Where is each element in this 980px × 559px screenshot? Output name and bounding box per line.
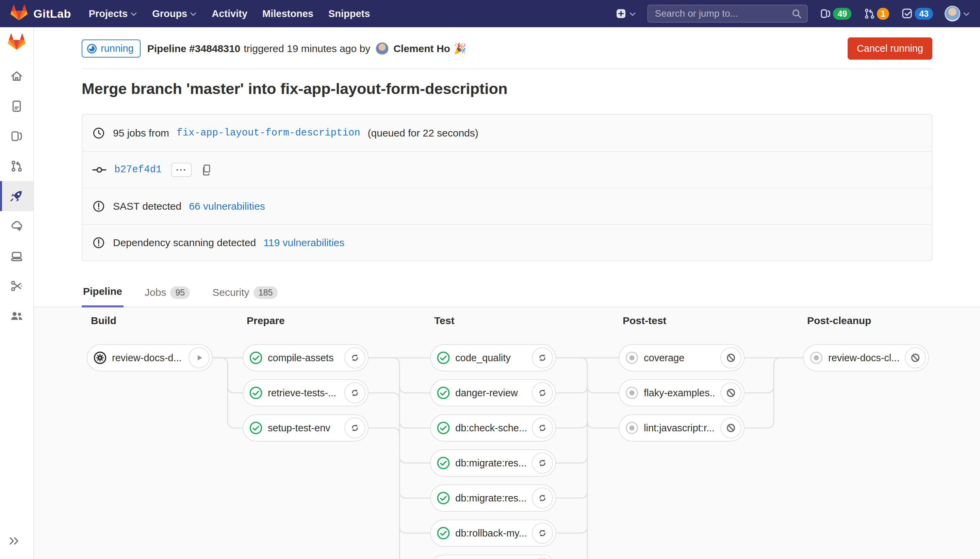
- sidebar-item-overview[interactable]: [0, 61, 34, 91]
- job-pill[interactable]: lint:javascript:r...: [619, 414, 744, 442]
- retry-job-button[interactable]: [532, 382, 553, 404]
- sidebar-item-ci-cd[interactable]: [0, 181, 34, 211]
- nav-groups[interactable]: Groups: [152, 8, 197, 20]
- job-pill[interactable]: code_quality: [430, 344, 556, 371]
- chevron-down-icon: [190, 12, 197, 17]
- job-pill[interactable]: setup-test-env: [243, 414, 368, 442]
- retry-job-button[interactable]: [344, 382, 365, 404]
- repository-icon: [10, 99, 24, 113]
- operations-cloud-gear-icon: [10, 219, 24, 233]
- registry-icon: [10, 249, 24, 263]
- manual-status-icon: [93, 351, 107, 365]
- alert-icon: [92, 236, 106, 250]
- sidebar-item-snippets[interactable]: [0, 271, 34, 301]
- search-input[interactable]: [648, 5, 807, 23]
- created-status-icon: [625, 386, 639, 400]
- job-label: danger-review: [455, 387, 527, 399]
- author-avatar[interactable]: [376, 42, 389, 55]
- sidebar-item-issues[interactable]: [0, 121, 34, 151]
- retry-job-button[interactable]: [532, 557, 553, 559]
- job-pill[interactable]: db:migrate:res...: [430, 449, 556, 476]
- chevron-down-icon: [130, 12, 137, 17]
- job-pill[interactable]: db:check-sche...: [430, 414, 556, 442]
- merge-requests-counter-button[interactable]: 1: [863, 7, 889, 20]
- cancel-job-button[interactable]: [905, 347, 926, 368]
- job-pill[interactable]: review-docs-cl...: [803, 344, 929, 371]
- project-avatar-gitlab-logo[interactable]: [8, 33, 26, 53]
- cancel-running-button[interactable]: Cancel running: [848, 38, 932, 60]
- sidebar-item-operations[interactable]: [0, 211, 34, 241]
- stage-title: Test: [434, 315, 454, 326]
- sidebar-item-members[interactable]: [0, 301, 34, 331]
- sast-vulnerabilities-link[interactable]: 66 vulnerabilities: [189, 200, 265, 212]
- cancel-job-button[interactable]: [720, 347, 741, 368]
- job-pill[interactable]: flaky-examples...: [619, 379, 744, 407]
- play-job-button[interactable]: [188, 347, 210, 368]
- job-pill[interactable]: coverage: [619, 344, 744, 371]
- commit-sha-link[interactable]: b27ef4d1: [114, 164, 162, 175]
- user-menu-button[interactable]: [945, 6, 970, 22]
- job-pill[interactable]: compile-assets: [243, 344, 368, 371]
- success-status-icon: [436, 351, 450, 365]
- sidebar-item-registry[interactable]: [0, 241, 34, 271]
- dependency-vulnerabilities-link[interactable]: 119 vulnerabilities: [263, 237, 344, 248]
- job-label: compile-assets: [268, 352, 340, 364]
- chevron-down-icon: [629, 12, 636, 17]
- todos-counter-button[interactable]: 43: [901, 7, 933, 20]
- job-label: retrieve-tests-...: [268, 387, 340, 399]
- retry-job-button[interactable]: [532, 523, 553, 544]
- author-name[interactable]: Clement Ho: [393, 43, 450, 55]
- success-status-icon: [436, 456, 450, 470]
- job-pill[interactable]: db:migrate:res...: [430, 485, 556, 512]
- retry-job-button[interactable]: [532, 417, 553, 438]
- success-status-icon: [436, 386, 450, 400]
- stage-title: Post-test: [623, 315, 666, 326]
- created-status-icon: [625, 351, 639, 365]
- new-menu-button[interactable]: [615, 8, 636, 20]
- members-people-icon: [10, 309, 24, 323]
- sidebar-item-merge-requests[interactable]: [0, 151, 34, 181]
- issues-icon: [819, 7, 832, 20]
- success-status-icon: [249, 421, 263, 435]
- nav-projects[interactable]: Projects: [89, 8, 137, 20]
- sidebar-item-repository[interactable]: [0, 91, 34, 121]
- gitlab-home-link[interactable]: GitLab: [10, 5, 71, 23]
- retry-job-button[interactable]: [532, 452, 553, 473]
- job-pill[interactable]: review-docs-d...: [87, 344, 213, 371]
- success-status-icon: [249, 386, 263, 400]
- top-navbar: GitLab Projects Groups Activity Mileston…: [0, 0, 980, 27]
- issues-icon: [10, 129, 24, 143]
- job-pill[interactable]: db:rollback...: [430, 554, 556, 559]
- tab-security[interactable]: Security 185: [211, 280, 279, 308]
- pipeline-summary-box: 95 jobs from fix-app-layout-form-descrip…: [82, 114, 932, 261]
- job-label: lint:javascript:r...: [644, 422, 716, 434]
- cancel-job-button[interactable]: [720, 417, 741, 438]
- expand-commit-button[interactable]: ···: [171, 163, 191, 177]
- tab-pipeline[interactable]: Pipeline: [82, 280, 124, 308]
- merge-requests-icon: [10, 159, 24, 173]
- copy-commit-button[interactable]: [200, 164, 213, 176]
- retry-job-button[interactable]: [344, 417, 365, 438]
- issues-counter-button[interactable]: 49: [819, 7, 851, 20]
- branch-link[interactable]: fix-app-layout-form-description: [177, 127, 360, 139]
- job-pill[interactable]: retrieve-tests-...: [243, 379, 368, 407]
- tab-jobs[interactable]: Jobs 95: [143, 280, 191, 308]
- retry-job-button[interactable]: [532, 347, 553, 368]
- job-pill[interactable]: danger-review: [430, 379, 556, 407]
- nav-snippets[interactable]: Snippets: [328, 8, 370, 20]
- plus-icon: [615, 8, 627, 20]
- running-spinner-icon: [86, 43, 97, 54]
- job-label: review-docs-cl...: [828, 352, 900, 364]
- nav-milestones[interactable]: Milestones: [262, 8, 313, 20]
- pipeline-tabs: Pipeline Jobs 95 Security 185: [34, 280, 980, 308]
- cancel-job-button[interactable]: [720, 382, 741, 404]
- retry-job-button[interactable]: [532, 488, 553, 509]
- retry-job-button[interactable]: [344, 347, 365, 368]
- main-nav: Projects Groups Activity Milestones Snip…: [89, 8, 370, 20]
- job-label: db:migrate:res...: [455, 458, 527, 469]
- pipeline-status-badge[interactable]: running: [82, 40, 140, 58]
- job-pill[interactable]: db:rollback-my...: [430, 519, 556, 547]
- nav-activity[interactable]: Activity: [212, 8, 247, 20]
- collapse-sidebar-button[interactable]: [0, 529, 34, 553]
- todo-check-icon: [901, 7, 914, 20]
